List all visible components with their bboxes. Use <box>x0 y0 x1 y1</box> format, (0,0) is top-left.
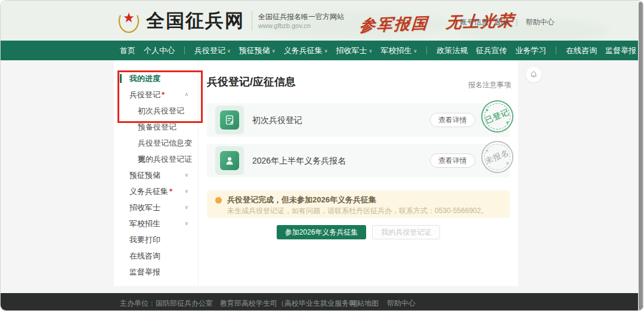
main-content: 兵役登记/应征信息 报名注意事项 初次兵役登记 查看详情 ★ 已登记 <box>199 60 518 286</box>
site-taglines: 全国征兵报名唯一官方网站 www.gfbzb.gov.cn <box>258 12 344 30</box>
nav-personal-center[interactable]: 个人中心 <box>144 45 175 56</box>
card-first-registration: 初次兵役登记 查看详情 ★ 已登记 ★ <box>207 103 510 137</box>
site-logo[interactable]: 全国征兵网 全国征兵报名唯一官方网站 www.gfbzb.gov.cn <box>115 7 344 35</box>
vertical-scrollbar <box>638 1 643 310</box>
bell-icon <box>530 70 538 79</box>
sidebar-item-online-consult[interactable]: 在线咨询 <box>114 248 198 264</box>
chevron-down-icon: ∨ <box>184 183 188 199</box>
logo-divider <box>252 11 252 31</box>
nav-divider <box>556 47 556 54</box>
chevron-down-icon: ∨ <box>227 48 231 54</box>
account-info-link[interactable]: 账号信息 <box>460 17 488 27</box>
clipboard-icon <box>220 110 239 130</box>
join-conscription-button[interactable]: 参加2026年义务兵征集 <box>277 225 367 239</box>
chevron-down-icon: ∨ <box>369 48 373 54</box>
notification-bell-button[interactable] <box>526 67 541 82</box>
card-icon-wrap <box>215 146 244 175</box>
tagline-url: www.gfbzb.gov.cn <box>258 21 344 30</box>
nav-divider <box>426 47 427 54</box>
required-mark: * <box>169 187 172 196</box>
warning-detail: 未生成兵役登记证，如有问题，请联系牡丹区征兵办，联系方式：0530-556690… <box>227 206 488 216</box>
national-emblem-icon <box>115 7 143 35</box>
sidebar-item-nco-recruit[interactable]: 招收军士 ∨ <box>114 199 198 215</box>
tagline-official: 全国征兵报名唯一官方网站 <box>258 12 344 21</box>
nav-nco-recruit[interactable]: 招收军士∨ <box>336 45 373 56</box>
sidebar-item-academy-admission[interactable]: 军校招生 ∨ <box>114 215 198 232</box>
nav-supervision[interactable]: 监督举报 <box>605 45 636 56</box>
footer-links: 网站地图 帮助中心 <box>350 298 416 309</box>
view-details-button[interactable]: 查看详情 <box>430 153 475 168</box>
stamp-ring <box>480 99 514 133</box>
nav-pre-recruit[interactable]: 预征预储∨ <box>239 45 275 56</box>
warning-title: 兵役登记完成，但未参加2026年义务兵征集 <box>227 195 376 205</box>
my-registration-cert-button[interactable]: 我的兵役登记证 <box>372 225 440 239</box>
card-icon-wrap <box>215 106 244 134</box>
registered-stamp: ★ 已登记 ★ <box>476 96 518 137</box>
chevron-down-icon: ∨ <box>184 199 188 215</box>
nav-home[interactable]: 首页 <box>120 45 135 56</box>
sidebar-item-conscript[interactable]: 义务兵征集* ∨ <box>114 183 198 199</box>
sidebar-item-my-registration-cert[interactable]: 我的兵役登记证 <box>114 151 198 167</box>
action-buttons: 参加2026年义务兵征集 我的兵役登记证 <box>199 225 518 239</box>
scrollbar-thumb[interactable] <box>639 2 643 310</box>
stamp-ring <box>480 140 514 174</box>
sidebar-item-registration-change[interactable]: 兵役登记信息变更 <box>114 135 198 151</box>
chevron-down-icon: ∨ <box>324 48 328 54</box>
account-divider: ｜ <box>513 17 521 27</box>
card-title: 2026年上半年义务兵报名 <box>252 144 346 177</box>
chevron-down-icon: ∨ <box>413 48 417 54</box>
sidebar-item-pre-recruit[interactable]: 预征预储 ∨ <box>114 167 198 183</box>
chevron-down-icon: ∨ <box>184 215 188 232</box>
view-details-button[interactable]: 查看详情 <box>430 113 475 127</box>
nav-divider <box>184 47 185 54</box>
card-conscript-signup: 2026年上半年义务兵报名 查看详情 ★ 未报名 ★ <box>207 144 510 177</box>
logout-link[interactable]: 退出 <box>494 17 508 27</box>
site-header: 全国征兵网 全国征兵报名唯一官方网站 www.gfbzb.gov.cn 参军报国… <box>1 1 643 41</box>
page-title: 兵役登记/应征信息 <box>207 75 296 89</box>
sidebar-item-supervision[interactable]: 监督举报 <box>114 264 198 280</box>
nav-service-registration[interactable]: 兵役登记∨ <box>194 45 231 56</box>
nav-study[interactable]: 业务学习 <box>515 45 546 56</box>
nav-publicity[interactable]: 征兵宣传 <box>476 45 507 56</box>
site-footer: 主办单位：国防部征兵办公室 教育部高校学生司（高校毕业生就业服务司） 网站地图 … <box>1 293 643 311</box>
account-links: 账号信息 退出 ｜ 帮助中心 <box>460 17 555 27</box>
chevron-down-icon: ∨ <box>272 48 275 54</box>
sitemap-link[interactable]: 网站地图 <box>350 298 379 309</box>
footer-help-link[interactable]: 帮助中心 <box>387 298 416 309</box>
main-nav: 首页 个人中心 兵役登记∨ 预征预储∨ 义务兵征集∨ 招收军士∨ 军校招生∨ 政… <box>1 41 643 60</box>
footer-organizer: 主办单位：国防部征兵办公室 教育部高校学生司（高校毕业生就业服务司） <box>120 298 363 309</box>
warning-dot-icon <box>215 197 222 204</box>
not-signed-up-stamp: ★ 未报名 ★ <box>476 136 518 178</box>
nav-conscript[interactable]: 义务兵征集∨ <box>284 45 328 56</box>
person-icon <box>220 151 239 170</box>
warning-banner: 兵役登记完成，但未参加2026年义务兵征集 未生成兵役登记证，如有问题，请联系牡… <box>207 190 510 218</box>
card-title: 初次兵役登记 <box>252 103 302 137</box>
annotation-box <box>117 70 203 123</box>
site-title: 全国征兵网 <box>146 8 244 33</box>
app-window: 全国征兵网 全国征兵报名唯一官方网站 www.gfbzb.gov.cn 参军报国… <box>0 0 644 311</box>
help-center-link[interactable]: 帮助中心 <box>526 17 555 27</box>
nav-policies[interactable]: 政策法规 <box>436 45 467 56</box>
signup-notes-link[interactable]: 报名注意事项 <box>468 80 511 90</box>
nav-online-consult[interactable]: 在线咨询 <box>566 45 597 56</box>
chevron-down-icon: ∨ <box>184 167 188 183</box>
sidebar-item-print[interactable]: 我要打印 <box>114 232 198 248</box>
nav-academy-admission[interactable]: 军校招生∨ <box>380 45 417 56</box>
